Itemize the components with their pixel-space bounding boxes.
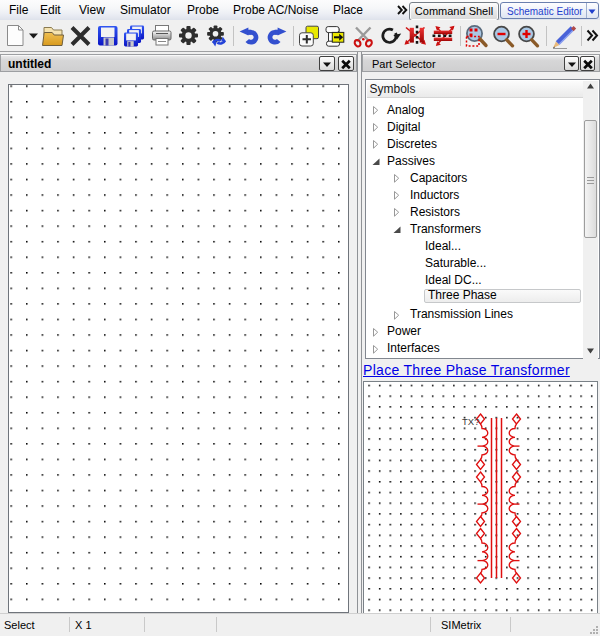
svg-text:TX?: TX? bbox=[462, 416, 479, 427]
